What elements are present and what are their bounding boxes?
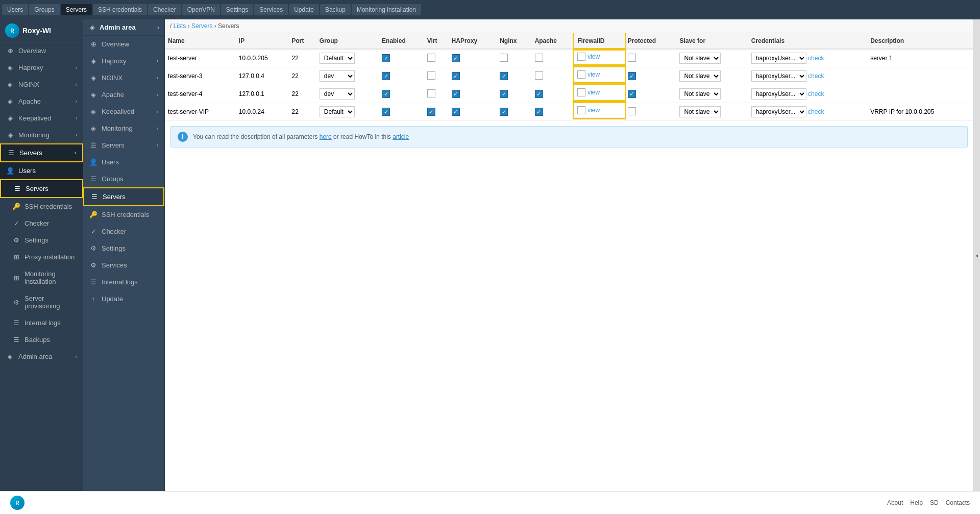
- nav-backup-btn[interactable]: Backup: [320, 4, 351, 15]
- nav-settings-btn[interactable]: Settings: [221, 4, 253, 15]
- sidebar-item-checker[interactable]: ✓ Checker: [0, 215, 83, 232]
- checkbox[interactable]: ✓: [535, 90, 543, 98]
- sidebar-item-proxy-install[interactable]: ⊞ Proxy installation: [0, 249, 83, 265]
- firewalld-view-link[interactable]: view: [587, 71, 600, 78]
- sidebar2-item-groups[interactable]: ☰ Groups: [83, 170, 164, 187]
- sidebar-item-servers[interactable]: ☰ Servers ›: [0, 143, 83, 162]
- sidebar-item-settings[interactable]: ⚙ Settings: [0, 232, 83, 249]
- sidebar2-item-servers[interactable]: ☰ Servers ›: [83, 137, 164, 154]
- checkbox[interactable]: [628, 107, 636, 115]
- credentials-check-link[interactable]: check: [806, 72, 824, 80]
- checkbox[interactable]: ✓: [452, 54, 460, 62]
- checkbox[interactable]: [577, 106, 585, 114]
- sidebar2-item-internal-logs[interactable]: ☰ Internal logs: [83, 274, 164, 290]
- credentials-check-link[interactable]: check: [806, 90, 824, 97]
- footer-sd-link[interactable]: SD: [930, 499, 939, 506]
- checkbox[interactable]: ✓: [452, 72, 460, 80]
- checkbox[interactable]: [427, 89, 435, 97]
- checkbox[interactable]: [628, 54, 636, 62]
- checkbox[interactable]: [427, 54, 435, 62]
- checkbox[interactable]: ✓: [382, 54, 390, 62]
- checkbox[interactable]: ✓: [500, 108, 508, 116]
- checkbox[interactable]: ✓: [535, 108, 543, 116]
- sidebar-item-internal-logs[interactable]: ☰ Internal logs: [0, 314, 83, 331]
- sidebar2-item-apache[interactable]: ◈ Apache ›: [83, 86, 164, 103]
- checkbox[interactable]: ✓: [500, 90, 508, 98]
- sidebar2-item-monitoring[interactable]: ◈ Monitoring ›: [83, 120, 164, 137]
- breadcrumb-servers1[interactable]: Servers: [191, 22, 212, 30]
- footer-about-link[interactable]: About: [887, 499, 903, 506]
- checkbox[interactable]: [535, 54, 543, 62]
- checkbox[interactable]: [500, 54, 508, 62]
- sidebar-item-ssh[interactable]: 🔑 SSH credentials: [0, 198, 83, 215]
- sidebar-item-backups[interactable]: ☰ Backups: [0, 331, 83, 348]
- nav-servers-btn[interactable]: Servers: [61, 4, 92, 15]
- checkbox[interactable]: [577, 70, 585, 79]
- slave-select[interactable]: Not slave: [679, 53, 721, 64]
- sidebar2-item-checker[interactable]: ✓ Checker: [83, 223, 164, 240]
- nav-services-btn[interactable]: Services: [254, 4, 288, 15]
- checkbox[interactable]: ✓: [452, 108, 460, 116]
- sidebar-item-users[interactable]: 👤 Users: [0, 162, 83, 179]
- group-select[interactable]: Defaultdevprod: [320, 53, 355, 64]
- sidebar2-item-nginx[interactable]: ◈ NGINX ›: [83, 69, 164, 86]
- nav-update-btn[interactable]: Update: [289, 4, 319, 15]
- sidebar2-item-ssh[interactable]: 🔑 SSH credentials: [83, 206, 164, 223]
- nav-openvpn-btn[interactable]: OpenVPN: [182, 4, 220, 15]
- checkbox[interactable]: ✓: [628, 90, 636, 98]
- sidebar-item-servers-sub[interactable]: ☰ Servers: [0, 179, 83, 198]
- info-article-link[interactable]: article: [393, 133, 409, 140]
- slave-select[interactable]: Not slave: [679, 88, 721, 100]
- group-select[interactable]: Defaultdevprod: [320, 88, 355, 100]
- checkbox[interactable]: ✓: [382, 108, 390, 116]
- footer-help-link[interactable]: Help: [910, 499, 923, 506]
- group-select[interactable]: Defaultdevprod: [320, 106, 355, 117]
- checkbox[interactable]: [577, 53, 585, 61]
- credentials-select[interactable]: haproxyUser...: [751, 70, 806, 82]
- checkbox[interactable]: [535, 71, 543, 80]
- nav-groups-btn[interactable]: Groups: [29, 4, 59, 15]
- slave-select[interactable]: Not slave: [679, 70, 721, 82]
- checkbox[interactable]: ✓: [427, 108, 435, 116]
- checkbox[interactable]: ✓: [452, 90, 460, 98]
- sidebar-item-apache[interactable]: ◈ Apache ›: [0, 93, 83, 110]
- sidebar2-item-users[interactable]: 👤 Users: [83, 154, 164, 170]
- sidebar-item-admin-area[interactable]: ◈ Admin area ›: [0, 348, 83, 365]
- sidebar-item-server-prov[interactable]: ⚙ Server provisioning: [0, 290, 83, 314]
- checkbox[interactable]: ✓: [382, 72, 390, 80]
- slave-select[interactable]: Not slave: [679, 106, 721, 117]
- nav-ssh-btn[interactable]: SSH credentials: [93, 4, 147, 15]
- info-here-link[interactable]: here: [320, 133, 332, 140]
- breadcrumb-lists[interactable]: Lists: [174, 22, 186, 30]
- checkbox[interactable]: ✓: [628, 72, 636, 80]
- group-select[interactable]: Defaultdevprod: [320, 70, 355, 82]
- sidebar2-item-servers-sub[interactable]: ☰ Servers: [83, 187, 164, 206]
- credentials-check-link[interactable]: check: [806, 55, 824, 62]
- sidebar2-item-settings[interactable]: ⚙ Settings: [83, 240, 164, 257]
- collapse-sidebar-btn[interactable]: ◂: [973, 19, 980, 491]
- checkbox[interactable]: [577, 88, 585, 96]
- footer-contacts-link[interactable]: Contacts: [946, 499, 970, 506]
- sidebar-item-monitoring[interactable]: ◈ Monitoring ›: [0, 127, 83, 143]
- sidebar-item-keepalived[interactable]: ◈ Keepalived ›: [0, 110, 83, 127]
- checkbox[interactable]: ✓: [500, 72, 508, 80]
- sidebar2-item-update[interactable]: ↑ Update: [83, 290, 164, 307]
- credentials-select[interactable]: haproxyUser...: [751, 88, 806, 100]
- credentials-select[interactable]: haproxyUser...: [751, 53, 806, 64]
- firewalld-view-link[interactable]: view: [587, 53, 600, 60]
- firewalld-view-link[interactable]: view: [587, 89, 600, 96]
- sidebar2-item-overview[interactable]: ⊕ Overview: [83, 36, 164, 53]
- credentials-select[interactable]: haproxyUser...: [751, 106, 806, 117]
- firewalld-view-link[interactable]: view: [587, 107, 600, 114]
- credentials-check-link[interactable]: check: [806, 108, 824, 115]
- nav-checker-btn[interactable]: Checker: [148, 4, 181, 15]
- sidebar-item-monitoring-install[interactable]: ⊞ Monitoring installation: [0, 265, 83, 290]
- sidebar-item-nginx[interactable]: ◈ NGINX ›: [0, 76, 83, 93]
- sidebar2-item-haproxy[interactable]: ◈ Haproxy ›: [83, 53, 164, 69]
- sidebar-item-overview[interactable]: ⊕ Overview: [0, 42, 83, 59]
- checkbox[interactable]: ✓: [382, 90, 390, 98]
- sidebar-item-haproxy[interactable]: ◈ Haproxy ›: [0, 59, 83, 76]
- nav-users-btn[interactable]: Users: [2, 4, 28, 15]
- checkbox[interactable]: [427, 71, 435, 80]
- sidebar2-item-keepalived[interactable]: ◈ Keepalived ›: [83, 103, 164, 120]
